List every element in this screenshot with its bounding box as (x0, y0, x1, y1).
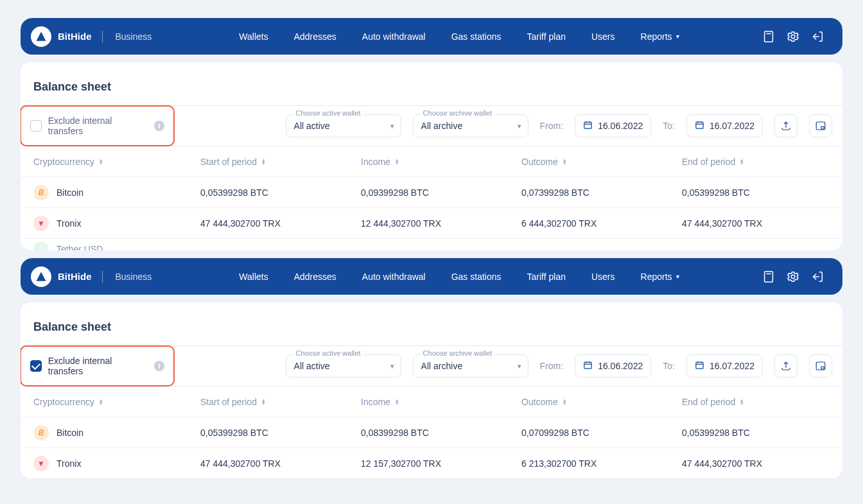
calculator-icon[interactable] (762, 270, 776, 284)
th-outcome-label: Outcome (521, 157, 558, 167)
settings-icon[interactable] (786, 30, 800, 44)
nav-reports-label: Reports (641, 31, 672, 42)
to-date[interactable]: 16.07.2022 (686, 354, 763, 378)
chevron-down-icon: ▾ (676, 33, 679, 40)
nav-tariff-plan[interactable]: Tariff plan (527, 31, 566, 42)
svg-point-8 (791, 35, 795, 39)
logout-icon[interactable] (810, 270, 824, 284)
archive-wallet-select-wrap: Choose archive wallet All archive▾ (413, 354, 528, 378)
sort-icon: ▴▾ (563, 399, 566, 405)
to-date[interactable]: 16.07.2022 (686, 114, 763, 137)
page-title: Balance sheet (21, 315, 842, 345)
th-income[interactable]: Income▴▾ (361, 157, 521, 167)
chevron-down-icon: ▾ (390, 362, 394, 370)
archive-wallet-select[interactable]: All archive▾ (413, 114, 528, 137)
filter-row: Exclude internal transfers i Choose acti… (21, 345, 842, 387)
brand-logo-icon (31, 26, 51, 47)
exclude-checkbox-checked[interactable] (30, 360, 42, 372)
svg-rect-0 (765, 31, 773, 42)
th-end-label: End of period (682, 397, 735, 407)
exclude-label: Exclude internal transfers (48, 116, 148, 136)
nav-addresses[interactable]: Addresses (294, 272, 336, 282)
settings-icon[interactable] (786, 270, 800, 284)
active-wallet-select[interactable]: All active▾ (286, 114, 401, 137)
th-end[interactable]: End of period▴▾ (682, 397, 830, 407)
nav-auto-withdrawal[interactable]: Auto withdrawal (362, 272, 426, 282)
sort-icon: ▴▾ (396, 399, 399, 405)
th-start[interactable]: Start of period▴▾ (200, 397, 361, 407)
coin-name: Bitcoin (57, 428, 83, 438)
nav-auto-withdrawal[interactable]: Auto withdrawal (362, 31, 426, 42)
active-wallet-select[interactable]: All active▾ (286, 354, 401, 378)
tronix-icon: ▼ (33, 216, 49, 231)
archive-wallet-value: All archive (421, 361, 463, 371)
from-label: From: (540, 121, 564, 131)
svg-rect-14 (696, 122, 703, 128)
export-button[interactable] (774, 114, 798, 137)
nav-users[interactable]: Users (591, 31, 615, 42)
th-end[interactable]: End of period▴▾ (682, 157, 830, 167)
from-date[interactable]: 16.06.2022 (575, 354, 651, 378)
table-header: Cryptocurrency▴▾ Start of period▴▾ Incom… (21, 146, 842, 177)
info-icon[interactable]: i (154, 121, 164, 131)
svg-point-39 (821, 367, 824, 370)
info-icon[interactable]: i (154, 361, 164, 371)
sort-icon: ▴▾ (563, 159, 566, 165)
nav-reports-label: Reports (641, 272, 672, 282)
th-start-label: Start of period (200, 157, 257, 167)
th-start[interactable]: Start of period▴▾ (200, 157, 361, 167)
nav-gas-stations[interactable]: Gas stations (451, 31, 501, 42)
brand: BitHide Business (31, 26, 152, 47)
page-body: Balance sheet Exclude internal transfers… (21, 302, 842, 479)
nav-tariff-plan[interactable]: Tariff plan (527, 272, 566, 282)
table-row: BBitcoin 0,05399298 BTC 0,08399298 BTC 0… (21, 417, 842, 448)
nav-reports[interactable]: Reports▾ (641, 31, 679, 42)
nav-reports[interactable]: Reports▾ (641, 272, 679, 282)
brand-sub: Business (116, 272, 152, 282)
sort-icon: ▴▾ (396, 159, 399, 165)
export-button[interactable] (774, 354, 798, 378)
th-income-label: Income (361, 397, 390, 407)
navbar: BitHide Business Wallets Addresses Auto … (21, 18, 842, 55)
th-outcome[interactable]: Outcome▴▾ (521, 157, 682, 167)
brand-name: BitHide (58, 31, 92, 42)
cell-outcome: 0,07399298 BTC (521, 187, 682, 198)
coin-cell: BBitcoin (33, 425, 200, 440)
bitcoin-icon: B (33, 425, 49, 440)
calendar-icon (583, 360, 593, 372)
logout-icon[interactable] (810, 30, 824, 44)
archive-wallet-select[interactable]: All archive▾ (413, 354, 528, 378)
calendar-icon (583, 120, 593, 132)
nav-wallets[interactable]: Wallets (239, 31, 268, 42)
svg-rect-30 (584, 362, 591, 369)
th-cryptocurrency[interactable]: Cryptocurrency▴▾ (33, 397, 200, 407)
calculator-icon[interactable] (762, 30, 776, 44)
svg-rect-20 (765, 271, 773, 282)
th-income[interactable]: Income▴▾ (361, 397, 521, 407)
th-cryptocurrency-label: Cryptocurrency (33, 397, 94, 407)
chevron-down-icon: ▾ (676, 273, 679, 280)
exclude-checkbox-unchecked[interactable] (30, 120, 42, 132)
active-wallet-value: All active (294, 121, 330, 131)
svg-rect-34 (696, 362, 703, 369)
brand-divider (102, 31, 103, 42)
cell-start: 0,05399298 BTC (200, 187, 361, 198)
th-outcome[interactable]: Outcome▴▾ (521, 397, 682, 407)
cell-end: 47 444,302700 TRX (682, 218, 830, 229)
bitcoin-icon: B (33, 185, 49, 200)
cell-income: 12 444,302700 TRX (361, 218, 521, 229)
from-date[interactable]: 16.06.2022 (575, 114, 651, 137)
nav-wallets[interactable]: Wallets (239, 272, 268, 282)
from-date-value: 16.06.2022 (598, 121, 643, 131)
nav-users[interactable]: Users (591, 272, 615, 282)
exclude-internal-transfers-cell: Exclude internal transfers i (21, 105, 175, 146)
coin-name: Tronix (57, 218, 81, 229)
navbar: BitHide Business Wallets Addresses Auto … (21, 258, 842, 295)
th-cryptocurrency[interactable]: Cryptocurrency▴▾ (33, 157, 200, 167)
columns-settings-button[interactable] (809, 114, 832, 137)
app-panel-unchecked: BitHide Business Wallets Addresses Auto … (21, 18, 842, 250)
tronix-icon: ▼ (33, 456, 49, 471)
nav-gas-stations[interactable]: Gas stations (451, 272, 501, 282)
nav-addresses[interactable]: Addresses (294, 31, 336, 42)
columns-settings-button[interactable] (809, 354, 832, 378)
